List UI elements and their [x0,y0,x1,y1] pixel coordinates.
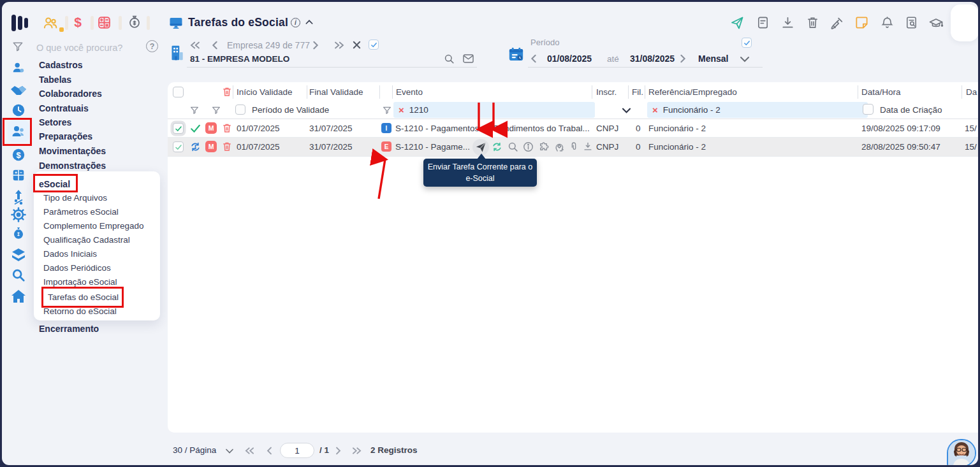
action-resend-icon[interactable] [491,141,503,153]
action-integration-icon[interactable] [538,141,550,153]
col-header-referencia[interactable]: Referência/Empregado [648,87,737,97]
col-header-datahora[interactable]: Data/Hora [861,87,901,97]
next-page-icon[interactable] [335,447,342,455]
company-clear-icon[interactable] [352,40,362,50]
company-first-icon[interactable] [189,41,201,50]
rail-search-icon[interactable] [11,268,26,282]
support-chat-avatar[interactable] [947,439,976,467]
rail-home-icon[interactable] [11,289,26,303]
rail-collaborators-icon[interactable] [10,83,27,96]
chip-clear-icon[interactable]: × [399,105,404,115]
rail-layers-icon[interactable] [11,248,26,262]
submenu-dados-periodicos[interactable]: Dados Periódicos [43,263,111,273]
col-header-final[interactable]: Final Validade [309,87,363,97]
collapse-chevron-up-icon[interactable] [304,17,314,27]
moneybag-module-icon[interactable] [127,14,142,31]
chip-clear-icon[interactable]: × [652,105,658,115]
company-prev-icon[interactable] [211,41,219,50]
submenu-complemento-empregado[interactable]: Complemento Empregado [43,221,144,231]
company-name[interactable]: 81 - EMPRESA MODELO [190,54,289,64]
data-criacao-checkbox[interactable] [863,104,874,115]
people-module-icon[interactable] [42,15,59,31]
help-icon[interactable]: ? [146,40,158,52]
sidebar-item-colaboradores[interactable]: Colaboradores [39,89,102,99]
send-esocial-icon[interactable] [729,15,745,31]
broom-clean-icon[interactable] [829,15,845,31]
action-search-icon[interactable] [507,141,519,153]
company-mail-icon[interactable] [462,54,474,64]
profile-pill[interactable] [951,4,979,41]
col-header-inscr[interactable]: Inscr. [596,87,617,97]
filter-funnel-2-icon[interactable] [211,105,221,115]
sidebar-item-tabelas[interactable]: Tabelas [39,75,71,85]
period-mode-chevron-icon[interactable] [740,55,750,63]
training-cap-icon[interactable] [928,16,944,31]
period-prev-icon[interactable] [530,54,538,63]
bell-icon[interactable] [880,15,895,31]
submenu-dados-iniciais[interactable]: Dados Iniciais [43,249,97,259]
filter-funnel-1-icon[interactable] [189,105,200,115]
sidebar-item-demonstracoes[interactable]: Demonstrações [39,161,106,171]
submenu-parametros-esocial[interactable]: Parâmetros eSocial [43,207,119,217]
prev-page-icon[interactable] [266,447,273,455]
evento-filter-chip[interactable]: × 1210 [393,102,595,118]
col-header-fil[interactable]: Fil. [632,87,643,97]
inscr-filter-chevron-icon[interactable] [622,107,631,114]
submenu-retorno-do-esocial[interactable]: Retorno do eSocial [43,306,117,316]
rail-raise-icon[interactable] [12,189,25,205]
rail-movements-icon[interactable]: $ [11,148,26,162]
last-page-icon[interactable] [351,447,362,455]
company-filter-checkbox[interactable] [369,40,379,50]
rail-contractual-icon[interactable] [11,103,26,117]
notes-icon[interactable] [854,15,869,30]
row2-trash-icon[interactable] [221,141,233,152]
action-attachment-icon[interactable] [568,141,580,152]
periodo-validade-checkbox[interactable] [235,104,245,115]
audit-search-icon[interactable] [904,15,919,30]
submenu-importacao-esocial[interactable]: Importação eSocial [43,277,117,287]
period-next-icon[interactable] [679,54,687,63]
report-document-icon[interactable] [756,15,770,30]
calculator-module-icon[interactable] [96,15,112,31]
trash-icon[interactable] [805,15,820,30]
first-page-icon[interactable] [244,447,255,455]
sidebar-item-contratuais[interactable]: Contratuais [39,103,89,113]
title-info-icon[interactable]: i [291,18,300,27]
download-icon[interactable] [780,15,795,30]
period-mode-select[interactable]: Mensal [698,54,728,64]
period-filter-checkbox[interactable] [742,38,752,48]
per-page-select[interactable]: 30 / Página [173,445,216,455]
sidebar-item-cadastros[interactable]: Cadastros [39,60,82,70]
row1-trash-icon[interactable] [221,122,233,134]
sidebar-item-preparacoes[interactable]: Preparações [39,131,92,141]
action-download-icon[interactable] [582,141,594,152]
sidebar-item-setores[interactable]: Setores [39,117,71,127]
app-logo[interactable] [11,14,31,32]
period-end-date[interactable]: 31/08/2025 [630,54,675,64]
company-last-icon[interactable] [333,41,345,50]
header-trash-icon[interactable] [221,86,233,97]
filter-funnel-evento-icon[interactable] [382,105,392,115]
company-next-icon[interactable] [312,41,319,50]
page-input[interactable] [280,443,314,458]
submenu-tipo-de-arquivos[interactable]: Tipo de Arquivos [43,193,107,203]
rail-integrations-icon[interactable] [11,207,26,222]
action-info-icon[interactable] [522,141,534,153]
rail-provisions-icon[interactable] [11,227,26,243]
sidebar-item-movimentacoes[interactable]: Movimentações [39,146,106,156]
referencia-filter-chip[interactable]: × Funcionário - 2 [647,102,868,118]
row1-checkbox[interactable] [173,123,184,134]
action-send-icon[interactable] [474,141,487,154]
action-worker-icon[interactable] [553,140,566,153]
company-search-icon[interactable] [443,53,455,65]
rail-statements-icon[interactable] [11,168,26,182]
col-header-inicio[interactable]: Início Validade [237,87,293,97]
payroll-module-icon[interactable]: $ [71,13,85,31]
row2-checkbox[interactable] [173,141,184,152]
filter-funnel-icon[interactable] [11,40,24,53]
submenu-qualificacao-cadastral[interactable]: Qualificação Cadastral [43,235,130,245]
select-all-checkbox[interactable] [173,87,184,97]
sidebar-item-encerramento[interactable]: Encerramento [39,324,99,334]
col-header-datacriacao[interactable]: Da [966,87,977,97]
search-input[interactable] [35,40,143,55]
